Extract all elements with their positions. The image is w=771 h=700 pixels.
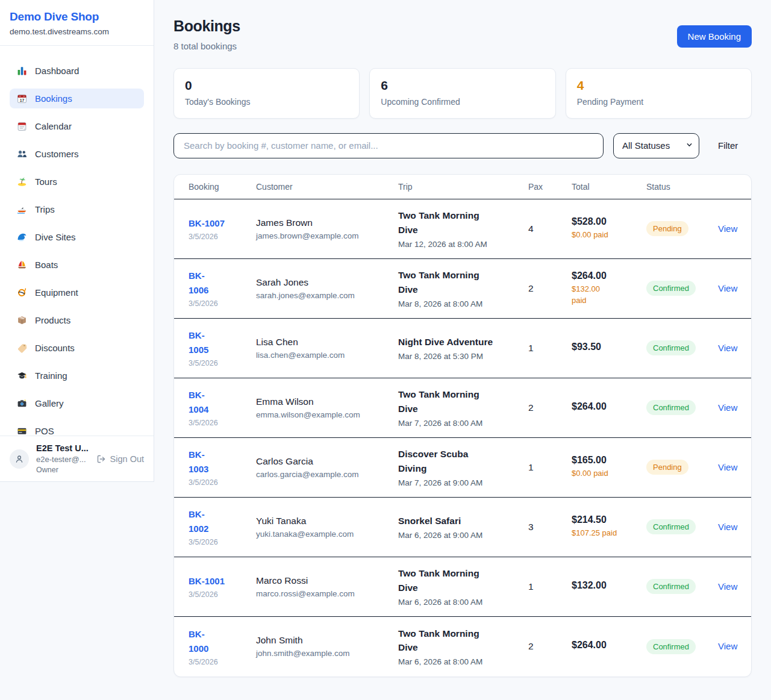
booking-id-link[interactable]: BK-1001 bbox=[189, 574, 256, 589]
column-header-trip: Trip bbox=[398, 182, 528, 192]
status-badge: Pending bbox=[646, 460, 688, 475]
amount-paid: $0.00 paid bbox=[572, 230, 646, 241]
sidebar-item-boats[interactable]: Boats bbox=[10, 255, 144, 275]
sidebar-item-customers[interactable]: Customers bbox=[10, 144, 144, 164]
table-row: BK- 10063/5/2026Sarah Jonessarah.jones@e… bbox=[174, 259, 751, 319]
pos-creditcard-icon bbox=[17, 426, 27, 436]
bookings-calendar-icon: 17 bbox=[17, 93, 27, 104]
booking-id-link[interactable]: BK- 1006 bbox=[189, 269, 256, 298]
user-email: e2e-tester@... bbox=[36, 455, 89, 464]
trip-cell: Two Tank Morning DiveMar 6, 2026 at 8:00… bbox=[398, 627, 528, 667]
sidebar-item-label: Calendar bbox=[35, 122, 72, 131]
sidebar-item-dashboard[interactable]: Dashboard bbox=[10, 61, 144, 81]
trip-name: Two Tank Morning Dive bbox=[398, 208, 528, 237]
new-booking-button[interactable]: New Booking bbox=[677, 25, 752, 48]
customers-people-icon bbox=[17, 149, 27, 159]
actions-cell: View bbox=[718, 402, 737, 413]
sign-out-button[interactable]: Sign Out bbox=[96, 454, 144, 464]
sidebar-item-label: Discounts bbox=[35, 343, 75, 352]
customer-cell: James Brownjames.brown@example.com bbox=[256, 217, 398, 240]
total-amount: $264.00 bbox=[572, 270, 646, 281]
sidebar-item-calendar[interactable]: Calendar bbox=[10, 116, 144, 136]
stat-card-pending-payment: 4 Pending Payment bbox=[566, 68, 752, 119]
customer-email: emma.wilson@example.com bbox=[256, 410, 398, 419]
trip-name: Two Tank Morning Dive bbox=[398, 627, 528, 655]
stat-value: 6 bbox=[381, 79, 544, 92]
column-header-booking: Booking bbox=[189, 182, 256, 192]
customer-cell: Marco Rossimarco.rossi@example.com bbox=[256, 575, 398, 598]
booking-date: 3/5/2026 bbox=[189, 658, 256, 666]
view-link[interactable]: View bbox=[718, 522, 737, 532]
booking-cell: BK- 10043/5/2026 bbox=[189, 388, 256, 427]
booking-id-link[interactable]: BK- 1002 bbox=[189, 507, 256, 536]
stat-value: 4 bbox=[577, 79, 740, 92]
table-row: BK- 10023/5/2026Yuki Tanakayuki.tanaka@e… bbox=[174, 498, 751, 557]
trip-datetime: Mar 6, 2026 at 9:00 AM bbox=[398, 531, 528, 540]
status-filter-wrap: All Statuses bbox=[613, 133, 699, 158]
stat-card-todays-bookings: 0 Today's Bookings bbox=[173, 68, 360, 119]
customer-cell: Yuki Tanakayuki.tanaka@example.com bbox=[256, 516, 398, 539]
customer-email: sarah.jones@example.com bbox=[256, 291, 398, 300]
status-filter-select[interactable]: All Statuses bbox=[613, 133, 699, 158]
pax-value: 3 bbox=[528, 522, 572, 533]
status-badge: Confirmed bbox=[646, 639, 696, 654]
customer-email: james.brown@example.com bbox=[256, 231, 398, 240]
sidebar-item-dive-sites[interactable]: Dive Sites bbox=[10, 227, 144, 247]
trip-datetime: Mar 6, 2026 at 8:00 AM bbox=[398, 598, 528, 607]
status-badge: Pending bbox=[646, 221, 688, 236]
column-header-total: Total bbox=[572, 182, 646, 192]
status-cell: Pending bbox=[646, 460, 718, 475]
view-link[interactable]: View bbox=[718, 402, 737, 413]
status-cell: Confirmed bbox=[646, 340, 718, 355]
stat-label: Upcoming Confirmed bbox=[381, 97, 544, 107]
booking-id-link[interactable]: BK- 1000 bbox=[189, 627, 256, 656]
sidebar-item-training[interactable]: Training bbox=[10, 366, 144, 386]
total-cell: $264.00 bbox=[572, 401, 646, 414]
booking-id-link[interactable]: BK- 1004 bbox=[189, 388, 256, 417]
sidebar-item-trips[interactable]: Trips bbox=[10, 199, 144, 219]
status-badge: Confirmed bbox=[646, 579, 696, 594]
status-cell: Confirmed bbox=[646, 400, 718, 415]
sidebar-item-gallery[interactable]: Gallery bbox=[10, 393, 144, 413]
view-link[interactable]: View bbox=[718, 223, 737, 234]
pax-value: 2 bbox=[528, 402, 572, 413]
search-input[interactable] bbox=[173, 133, 604, 158]
view-link[interactable]: View bbox=[718, 641, 737, 651]
table-row: BK-10073/5/2026James Brownjames.brown@ex… bbox=[174, 199, 751, 259]
booking-date: 3/5/2026 bbox=[189, 359, 256, 367]
table-row: BK-10013/5/2026Marco Rossimarco.rossi@ex… bbox=[174, 557, 751, 617]
stats-row: 0 Today's Bookings 6 Upcoming Confirmed … bbox=[173, 68, 752, 119]
booking-id-link[interactable]: BK- 1003 bbox=[189, 448, 256, 477]
sidebar-item-label: Tours bbox=[35, 177, 57, 186]
booking-cell: BK- 10003/5/2026 bbox=[189, 627, 256, 666]
view-link[interactable]: View bbox=[718, 581, 737, 592]
customer-cell: Sarah Jonessarah.jones@example.com bbox=[256, 277, 398, 300]
trip-cell: Two Tank Morning DiveMar 8, 2026 at 8:00… bbox=[398, 268, 528, 308]
status-badge: Confirmed bbox=[646, 400, 696, 415]
actions-cell: View bbox=[718, 223, 737, 234]
view-link[interactable]: View bbox=[718, 343, 737, 353]
sidebar-item-tours[interactable]: Tours bbox=[10, 172, 144, 192]
actions-cell: View bbox=[718, 641, 737, 652]
sidebar-item-bookings[interactable]: 17Bookings bbox=[10, 89, 144, 108]
sidebar-item-equipment[interactable]: Equipment bbox=[10, 283, 144, 302]
view-link[interactable]: View bbox=[718, 283, 737, 293]
main-content: Bookings 8 total bookings New Booking 0 … bbox=[154, 0, 771, 694]
filter-button[interactable]: Filter bbox=[718, 140, 738, 151]
view-link[interactable]: View bbox=[718, 462, 737, 472]
sidebar-item-products[interactable]: Products bbox=[10, 310, 144, 330]
sidebar-item-discounts[interactable]: Discounts bbox=[10, 338, 144, 358]
sidebar-user-footer: E2E Test U... e2e-tester@... Owner Sign … bbox=[0, 436, 154, 481]
booking-cell: BK- 10053/5/2026 bbox=[189, 328, 256, 367]
trip-datetime: Mar 12, 2026 at 8:00 AM bbox=[398, 240, 528, 249]
trip-datetime: Mar 8, 2026 at 5:30 PM bbox=[398, 352, 528, 361]
sidebar-item-label: Equipment bbox=[35, 288, 78, 297]
sidebar: Demo Dive Shop demo.test.divestreams.com… bbox=[0, 0, 154, 482]
pax-value: 2 bbox=[528, 283, 572, 294]
booking-id-link[interactable]: BK-1007 bbox=[189, 216, 256, 231]
user-avatar-icon bbox=[14, 454, 24, 464]
booking-id-link[interactable]: BK- 1005 bbox=[189, 328, 256, 357]
pax-value: 2 bbox=[528, 641, 572, 652]
customer-cell: Carlos Garciacarlos.garcia@example.com bbox=[256, 456, 398, 479]
booking-date: 3/5/2026 bbox=[189, 538, 256, 546]
